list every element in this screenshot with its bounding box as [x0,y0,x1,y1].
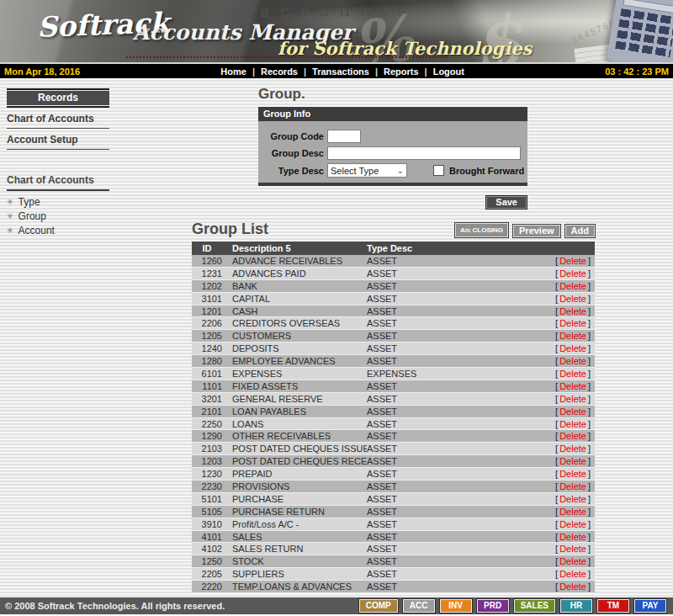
delete-link[interactable]: Delete [559,494,586,504]
sidebar-link-chart-of-accounts[interactable]: Chart of Accounts [7,108,109,129]
delete-link[interactable]: Delete [559,256,586,266]
nav-link-records[interactable]: Records [261,66,298,77]
module-pay-button[interactable]: PAY [634,599,666,613]
delete-bracket: [ [555,268,558,279]
delete-link[interactable]: Delete [559,343,586,353]
delete-link[interactable]: Delete [559,394,586,404]
cell-description: PURCHASE RETURN [222,507,367,517]
nav-link-transactions[interactable]: Transactions [312,66,369,77]
preview-button[interactable]: Preview [512,224,561,238]
group-info-form: Group Code Group Desc Type Desc Select T… [258,121,527,183]
module-hr-button[interactable]: HR [560,599,592,613]
cell-type-desc: ASSET [367,331,517,341]
cell-id: 1280 [192,356,222,366]
cell-delete: [Delete] [517,507,595,517]
sidebar-link-account-setup[interactable]: Account Setup [7,129,109,150]
table-row: 2250LOANSASSET[Delete] [192,418,595,431]
delete-link[interactable]: Delete [559,507,586,517]
delete-link[interactable]: Delete [559,556,586,566]
type-desc-select[interactable]: Select Type ⌄ [327,163,407,178]
save-button[interactable]: Save [485,195,527,210]
cell-id: 3910 [192,519,222,529]
delete-link[interactable]: Delete [559,419,586,429]
nav-link-reports[interactable]: Reports [384,66,419,77]
delete-bracket: [ [555,331,558,341]
cell-type-desc: ASSET [367,306,517,316]
cell-id: 2101 [192,406,222,417]
delete-link[interactable]: Delete [559,406,586,417]
cell-type-desc: ASSET [367,469,517,479]
module-sales-button[interactable]: SALES [514,599,555,613]
group-table-body: 1260ADVANCE RECEIVABLESASSET[Delete]1231… [192,255,595,593]
add-button[interactable]: Add [564,224,596,238]
module-inv-button[interactable]: INV [440,599,472,613]
delete-link[interactable]: Delete [559,369,586,379]
cell-delete: [Delete] [517,456,595,466]
delete-link[interactable]: Delete [559,481,586,491]
sidebar-records-header[interactable]: Records [7,88,109,108]
delete-link[interactable]: Delete [559,456,586,466]
delete-link[interactable]: Delete [559,519,586,529]
cell-description: SALES [222,532,367,542]
cell-description: SALES RETURN [222,544,367,554]
module-comp-button[interactable]: COMP [359,599,398,613]
cell-id: 1203 [192,456,222,466]
cell-description: CUSTOMERS [222,331,367,341]
delete-link[interactable]: Delete [559,318,586,328]
cell-description: ADVANCES PAID [222,268,367,279]
cell-type-desc: ASSET [367,281,517,291]
delete-link[interactable]: Delete [559,431,586,441]
ac-closing-button[interactable]: A/c CLOSING [454,222,509,238]
nav-link-logout[interactable]: Logout [433,66,464,77]
module-prd-button[interactable]: PRD [477,599,509,613]
page-title: Group. [258,86,596,103]
delete-link[interactable]: Delete [559,569,586,579]
nav-separator: | [252,66,255,77]
group-code-label: Group Code [258,131,324,141]
delete-bracket: ] [588,343,591,353]
nav-link-home[interactable]: Home [220,66,246,77]
delete-link[interactable]: Delete [559,268,586,279]
delete-bracket: [ [555,381,558,391]
cell-delete: [Delete] [517,544,595,554]
table-row: 5105PURCHASE RETURNASSET[Delete] [192,506,595,518]
group-desc-input[interactable] [327,146,521,160]
module-acc-button[interactable]: ACC [403,599,435,613]
delete-link[interactable]: Delete [559,443,586,454]
delete-link[interactable]: Delete [559,331,586,341]
delete-bracket: ] [588,443,591,454]
table-row: 4102SALES RETURNASSET[Delete] [192,543,595,555]
delete-link[interactable]: Delete [559,532,586,542]
cell-type-desc: ASSET [367,356,517,366]
sidebar: Records Chart of Accounts Account Setup … [7,88,109,238]
calculator-keys [615,8,673,59]
brought-forward-checkbox[interactable] [433,165,444,176]
sidebar-item-type[interactable]: ✳Type [7,195,109,210]
table-row: 2220TEMP.LOANS & ADVANCESASSET[Delete] [192,581,595,593]
delete-link[interactable]: Delete [559,294,586,304]
table-row: 1231ADVANCES PAIDASSET[Delete] [192,268,595,280]
delete-link[interactable]: Delete [559,356,586,366]
cell-type-desc: ASSET [367,268,517,279]
group-code-input[interactable] [327,130,361,143]
sidebar-item-group[interactable]: ✳Group [7,210,109,224]
sidebar-item-label: Type [19,196,40,208]
cell-id: 1250 [192,556,222,566]
delete-bracket: [ [555,481,558,491]
delete-link[interactable]: Delete [559,381,586,391]
delete-link[interactable]: Delete [559,469,586,479]
module-tm-button[interactable]: TM [597,599,629,613]
group-info-panel: Group Info Group Code Group Desc Type De… [258,107,527,186]
cell-description: LOAN PAYABLES [222,406,367,417]
table-row: 2206CREDITORS OVERSEASASSET[Delete] [192,317,595,330]
delete-link[interactable]: Delete [559,581,586,592]
cell-id: 1240 [192,343,222,353]
delete-bracket: [ [555,494,558,504]
sidebar-item-account[interactable]: ✳Account [7,224,109,238]
group-desc-label: Group Desc [258,148,324,158]
delete-link[interactable]: Delete [559,306,586,316]
cell-id: 2205 [192,569,222,579]
delete-link[interactable]: Delete [559,281,586,291]
delete-link[interactable]: Delete [559,544,586,554]
asterisk-bullet-icon: ✳ [7,227,13,235]
